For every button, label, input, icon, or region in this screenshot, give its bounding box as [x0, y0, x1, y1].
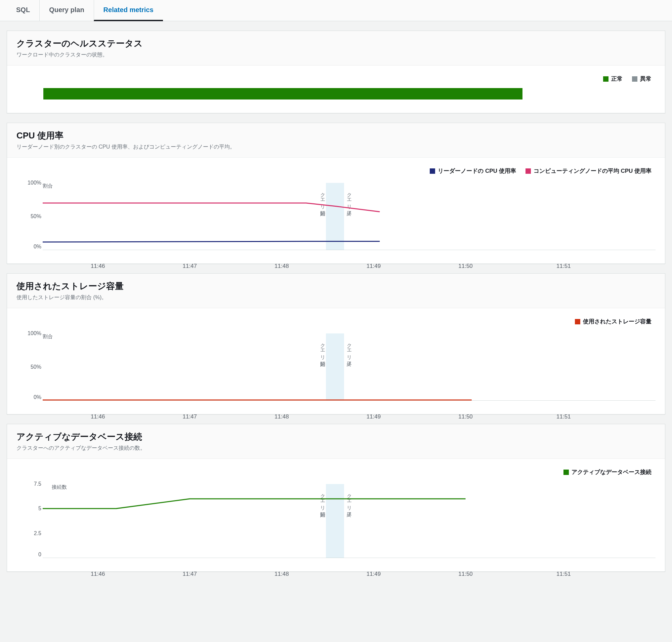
y-tick: 7.5	[23, 481, 41, 487]
y-axis: 0 2.5 5 7.5	[23, 484, 41, 558]
legend-item-compute: コンピューティングノードの平均 CPU 使用率	[526, 167, 651, 175]
card-title: アクティブなデータベース接続	[16, 431, 656, 443]
card-health-status: クラスターのヘルスステータス ワークロード中のクラスターの状態。 正常 異常	[7, 30, 665, 113]
y-axis: 0% 50% 100%	[23, 333, 41, 401]
tab-related-metrics[interactable]: Related metrics	[94, 0, 163, 21]
y-tick: 2.5	[23, 530, 41, 537]
x-tick: 11:47	[182, 263, 197, 270]
x-tick: 11:48	[274, 413, 289, 420]
x-tick: 11:49	[366, 263, 381, 270]
y-tick: 0%	[23, 244, 41, 250]
card-description: リーダーノード別のクラスターの CPU 使用率、およびコンピューティングノードの…	[16, 143, 656, 151]
x-tick: 11:50	[458, 571, 473, 577]
card-title: CPU 使用率	[16, 130, 656, 142]
card-description: クラスターへのアクティブなデータベース接続の数。	[16, 445, 656, 452]
x-tick: 11:48	[274, 571, 289, 577]
card-description: 使用したストレージ容量の割合 (%)。	[16, 294, 656, 301]
x-tick: 11:47	[182, 571, 197, 577]
x-tick: 11:49	[366, 413, 381, 420]
tab-query-plan[interactable]: Query plan	[39, 0, 93, 21]
legend-item-connections: アクティブなデータベース接続	[564, 468, 651, 476]
legend-label: リーダーノードの CPU 使用率	[438, 167, 516, 175]
legend-item-leader: リーダーノードの CPU 使用率	[430, 167, 516, 175]
legend: 正常 異常	[16, 75, 656, 83]
y-tick: 0	[23, 552, 41, 557]
square-icon	[430, 168, 435, 174]
x-tick: 11:50	[458, 413, 473, 420]
legend: リーダーノードの CPU 使用率 コンピューティングノードの平均 CPU 使用率	[16, 167, 656, 175]
square-icon	[564, 470, 569, 475]
legend-label: 異常	[640, 75, 651, 83]
card-description: ワークロード中のクラスターの状態。	[16, 51, 656, 59]
x-tick: 11:46	[91, 413, 105, 420]
legend-label: アクティブなデータベース接続	[571, 468, 651, 476]
card-cpu: CPU 使用率 リーダーノード別のクラスターの CPU 使用率、およびコンピュー…	[7, 123, 665, 264]
x-tick: 11:47	[182, 413, 197, 420]
legend-label: コンピューティングノードの平均 CPU 使用率	[533, 167, 651, 175]
y-tick: 50%	[23, 364, 41, 370]
square-icon	[526, 168, 531, 174]
card-storage: 使用されたストレージ容量 使用したストレージ容量の割合 (%)。 使用されたスト…	[7, 273, 665, 414]
tab-bar: SQL Query plan Related metrics	[0, 0, 672, 21]
y-tick: 100%	[23, 180, 41, 186]
square-icon	[632, 76, 637, 82]
y-tick: 5	[23, 505, 41, 512]
legend-label: 正常	[611, 75, 623, 83]
x-tick: 11:49	[366, 571, 381, 577]
legend: アクティブなデータベース接続	[16, 468, 656, 476]
cpu-chart[interactable]: 0% 50% 100% クエリ開始 クエリ終了	[43, 183, 656, 250]
card-title: 使用されたストレージ容量	[16, 280, 656, 292]
tab-sql[interactable]: SQL	[7, 0, 39, 21]
x-tick: 11:51	[556, 571, 571, 577]
health-bar	[43, 88, 642, 100]
square-icon	[575, 319, 580, 324]
y-axis: 0% 50% 100%	[23, 183, 41, 250]
connections-chart[interactable]: 0 2.5 5 7.5 クエリ開始 クエリ終了 11:46	[43, 484, 656, 558]
card-header: 使用されたストレージ容量 使用したストレージ容量の割合 (%)。	[7, 274, 665, 308]
y-tick: 0%	[23, 394, 41, 400]
x-tick: 11:46	[91, 571, 105, 577]
health-fill	[43, 88, 522, 100]
legend-item-abnormal: 異常	[632, 75, 651, 83]
x-tick: 11:51	[556, 413, 571, 420]
card-header: アクティブなデータベース接続 クラスターへのアクティブなデータベース接続の数。	[7, 424, 665, 459]
x-tick: 11:50	[458, 263, 473, 270]
y-tick: 100%	[23, 331, 41, 336]
x-tick: 11:48	[274, 263, 289, 270]
storage-chart[interactable]: 0% 50% 100% クエリ開始 クエリ終了 11:46 11:47 11:	[43, 333, 656, 401]
card-header: クラスターのヘルスステータス ワークロード中のクラスターの状態。	[7, 31, 665, 66]
card-title: クラスターのヘルスステータス	[16, 38, 656, 49]
legend: 使用されたストレージ容量	[16, 318, 656, 325]
card-header: CPU 使用率 リーダーノード別のクラスターの CPU 使用率、およびコンピュー…	[7, 123, 665, 158]
legend-item-normal: 正常	[603, 75, 623, 83]
legend-label: 使用されたストレージ容量	[583, 318, 651, 325]
card-connections: アクティブなデータベース接続 クラスターへのアクティブなデータベース接続の数。 …	[7, 424, 665, 572]
square-icon	[603, 76, 608, 82]
x-tick: 11:51	[556, 263, 571, 270]
x-tick: 11:46	[91, 263, 105, 270]
legend-item-storage: 使用されたストレージ容量	[575, 318, 651, 325]
y-tick: 50%	[23, 214, 41, 219]
